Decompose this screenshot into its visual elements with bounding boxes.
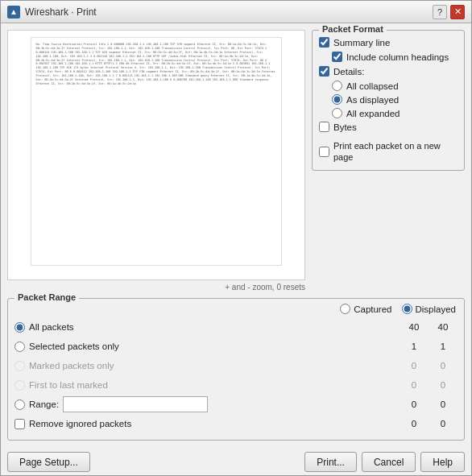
displayed-num-first_to_last: 0	[429, 380, 458, 390]
range-label-range: Range:	[14, 396, 400, 412]
all-expanded-row: All expanded	[332, 108, 458, 118]
details-label: Details:	[333, 67, 364, 77]
details-checkbox[interactable]	[319, 66, 329, 77]
packet-range-group: Packet Range Captured Displayed All pack…	[7, 298, 465, 441]
range-text-all_packets: All packets	[29, 322, 74, 332]
bytes-label: Bytes	[333, 122, 357, 132]
range-row-selected_packets: Selected packets only 1 1	[14, 337, 458, 356]
captured-label: Captured	[354, 304, 391, 314]
bytes-row: Bytes	[319, 122, 458, 132]
range-text-input[interactable]	[63, 396, 208, 412]
all-expanded-radio[interactable]	[332, 108, 342, 118]
captured-radio[interactable]	[340, 304, 350, 314]
captured-num-selected_packets: 1	[400, 341, 429, 351]
preview-area: No. Time Source Destination Protocol Inf…	[7, 30, 305, 292]
displayed-num-all_packets: 40	[429, 322, 458, 332]
all-collapsed-radio[interactable]	[332, 81, 342, 91]
print-each-checkbox[interactable]	[319, 147, 329, 157]
range-row-first_to_last: First to last marked 0 0	[14, 375, 458, 395]
all-collapsed-row: All collapsed	[332, 81, 458, 91]
title-bar: ▲ Wireshark · Print ? ✕	[1, 1, 471, 23]
as-displayed-radio[interactable]	[332, 94, 342, 105]
window-title: Wireshark · Print	[25, 6, 97, 18]
range-row-remove_ignored: Remove ignored packets 0 0	[14, 414, 458, 433]
range-text-remove_ignored: Remove ignored packets	[29, 419, 131, 428]
include-column-headings-checkbox[interactable]	[332, 52, 342, 62]
range-radio-all_packets[interactable]	[14, 322, 25, 333]
range-label-first_to_last: First to last marked	[14, 380, 400, 391]
range-radio-first_to_last[interactable]	[14, 380, 25, 391]
range-label-selected_packets: Selected packets only	[14, 341, 400, 352]
page-setup-button[interactable]: Page Setup...	[7, 452, 90, 472]
all-expanded-label: All expanded	[346, 109, 400, 118]
range-text-first_to_last: First to last marked	[29, 380, 108, 390]
range-row-marked_packets: Marked packets only 0 0	[14, 356, 458, 375]
range-header: Captured Displayed	[14, 304, 458, 314]
range-label-remove_ignored: Remove ignored packets	[14, 419, 400, 429]
captured-num-first_to_last: 0	[400, 380, 429, 390]
summary-line-label: Summary line	[333, 38, 390, 48]
displayed-num-marked_packets: 0	[429, 361, 458, 370]
all-collapsed-label: All collapsed	[346, 81, 399, 91]
packet-range-label: Packet Range	[14, 292, 79, 302]
detail-options: All collapsed As displayed All expanded	[332, 81, 458, 118]
range-text-selected_packets: Selected packets only	[29, 341, 119, 351]
action-bar: Page Setup... Print... Cancel Help	[1, 447, 471, 475]
range-row-all_packets: All packets 40 40	[14, 317, 458, 337]
displayed-header: Displayed	[402, 304, 457, 314]
captured-num-range: 0	[400, 399, 429, 409]
bottom-section: Packet Range Captured Displayed All pack…	[1, 298, 471, 447]
displayed-num-remove_ignored: 0	[429, 419, 458, 428]
packet-format-label: Packet Format	[319, 24, 387, 34]
range-radio-marked_packets[interactable]	[14, 361, 25, 371]
range-text-marked_packets: Marked packets only	[29, 361, 114, 370]
bytes-checkbox[interactable]	[319, 122, 329, 132]
zoom-hint: + and - zoom, 0 resets	[7, 280, 305, 292]
cancel-button[interactable]: Cancel	[362, 452, 416, 472]
range-checkbox-remove_ignored[interactable]	[14, 419, 25, 429]
captured-num-remove_ignored: 0	[400, 419, 429, 428]
preview-box: No. Time Source Destination Protocol Inf…	[7, 30, 305, 280]
print-each-label: Print each packet on a new page	[333, 140, 458, 163]
displayed-radio[interactable]	[402, 304, 412, 314]
close-button[interactable]: ✕	[450, 5, 465, 19]
displayed-label: Displayed	[416, 304, 457, 314]
range-table: All packets 40 40 Selected packets only …	[14, 317, 458, 433]
displayed-num-range: 0	[429, 399, 458, 409]
preview-text: No. Time Source Destination Protocol Inf…	[36, 43, 277, 86]
help-button[interactable]: ?	[433, 5, 447, 19]
button-group: Print... Cancel Help	[304, 452, 465, 472]
displayed-num-selected_packets: 1	[429, 341, 458, 351]
captured-num-marked_packets: 0	[400, 361, 429, 370]
right-panel: Packet Format Summary line Include colum…	[312, 30, 465, 292]
app-icon: ▲	[7, 6, 20, 19]
print-button[interactable]: Print...	[304, 452, 357, 472]
range-radio-selected_packets[interactable]	[14, 341, 25, 352]
captured-header: Captured	[340, 304, 391, 314]
range-label-marked_packets: Marked packets only	[14, 361, 400, 371]
range-text-range: Range:	[29, 399, 59, 409]
as-displayed-row: As displayed	[332, 94, 458, 105]
help-action-button[interactable]: Help	[420, 452, 465, 472]
title-bar-left: ▲ Wireshark · Print	[7, 6, 97, 19]
preview-paper: No. Time Source Destination Protocol Inf…	[31, 37, 283, 266]
main-content: No. Time Source Destination Protocol Inf…	[1, 23, 471, 298]
summary-line-checkbox[interactable]	[319, 37, 329, 48]
captured-num-all_packets: 40	[400, 322, 429, 332]
packet-format-group: Packet Format Summary line Include colum…	[312, 30, 465, 171]
range-row-range: Range: 0 0	[14, 395, 458, 414]
include-column-headings-row: Include column headings	[332, 52, 458, 62]
summary-line-row: Summary line	[319, 37, 458, 48]
title-bar-controls: ? ✕	[433, 5, 465, 19]
print-each-packet-row: Print each packet on a new page	[319, 140, 458, 163]
include-column-headings-label: Include column headings	[346, 52, 449, 62]
details-row: Details:	[319, 66, 458, 77]
main-window: ▲ Wireshark · Print ? ✕ No. Time Source …	[0, 0, 472, 476]
range-label-all_packets: All packets	[14, 322, 400, 333]
as-displayed-label: As displayed	[346, 95, 399, 105]
range-radio-range[interactable]	[14, 399, 25, 410]
